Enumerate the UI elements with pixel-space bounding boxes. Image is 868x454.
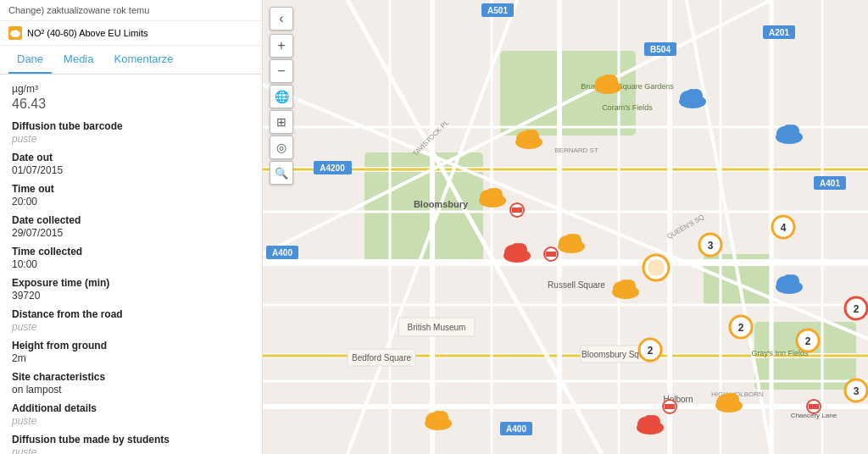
svg-point-74 <box>601 75 613 86</box>
svg-text:A400: A400 <box>272 248 292 257</box>
svg-text:A201: A201 <box>769 28 789 37</box>
map-controls: + − 🌐 ⊞ ◎ 🔍 <box>270 34 293 185</box>
map-marker-4[interactable] <box>477 182 508 208</box>
map-marker-11[interactable]: 2 <box>637 337 663 363</box>
svg-rect-62 <box>546 252 556 257</box>
svg-text:Bedford Square: Bedford Square <box>352 353 411 363</box>
svg-point-128 <box>643 415 655 427</box>
svg-text:3: 3 <box>708 240 714 252</box>
svg-rect-64 <box>512 208 522 213</box>
svg-point-78 <box>522 130 534 141</box>
field-label-8: Site characteristics <box>12 371 250 383</box>
map-marker-2[interactable] <box>677 83 708 108</box>
svg-point-134 <box>431 411 443 423</box>
map-marker-3[interactable] <box>774 119 804 144</box>
map-marker-6[interactable] <box>556 228 587 253</box>
map-marker-13[interactable] <box>774 269 804 294</box>
legend-bar: NO² (40-60) Above EU Limits <box>0 21 262 46</box>
svg-text:Russell Square: Russell Square <box>548 280 605 290</box>
map-marker-8[interactable] <box>642 253 670 282</box>
field-label-0: Diffusion tube barcode <box>12 120 250 132</box>
field-value-3: 29/07/2015 <box>12 227 250 239</box>
top-bar: Change) zaktualizowane rok temu <box>0 0 262 21</box>
svg-text:2: 2 <box>804 335 810 347</box>
svg-text:Coram's Fields: Coram's Fields <box>602 103 653 112</box>
tabs: Dane Media Komentarze <box>0 46 262 75</box>
field-value-10: puste <box>12 446 250 454</box>
field-label-5: Exposure time (min) <box>12 277 250 289</box>
svg-point-94 <box>510 243 522 255</box>
svg-point-86 <box>782 125 794 136</box>
field-label-9: Additional details <box>12 402 250 414</box>
field-value-4: 10:00 <box>12 258 250 270</box>
map-marker-5[interactable] <box>502 237 532 263</box>
svg-text:4: 4 <box>781 222 787 234</box>
svg-text:3: 3 <box>853 385 859 397</box>
field-value-2: 20:00 <box>12 196 250 208</box>
svg-rect-57 <box>809 404 819 409</box>
zoom-out-button[interactable]: − <box>270 59 293 83</box>
tab-media[interactable]: Media <box>55 46 102 74</box>
map-container: A501 A201 B504 A4200 A401 A400 A400 <box>263 0 868 454</box>
svg-text:British Museum: British Museum <box>408 323 466 332</box>
svg-text:2: 2 <box>648 345 654 357</box>
map-marker-12[interactable]: 2 <box>728 314 754 340</box>
map-marker-9[interactable]: 3 <box>698 232 723 257</box>
svg-point-82 <box>686 89 698 101</box>
svg-rect-60 <box>665 404 675 409</box>
unit-value: 46.43 <box>12 97 250 112</box>
map-marker-10[interactable]: 4 <box>771 214 796 240</box>
map-marker-14[interactable]: 2 <box>843 296 868 321</box>
map-marker-19[interactable] <box>423 405 453 430</box>
svg-text:A4200: A4200 <box>320 163 345 173</box>
svg-text:A401: A401 <box>820 179 840 188</box>
fields-container: Diffusion tube barcodepusteDate out01/07… <box>12 120 250 454</box>
map-marker-7[interactable] <box>610 274 641 299</box>
zoom-in-button[interactable]: + <box>270 34 293 58</box>
field-value-0: puste <box>12 133 250 145</box>
tab-komentarze[interactable]: Komentarze <box>106 46 182 74</box>
field-value-1: 01/07/2015 <box>12 164 250 176</box>
field-value-7: 2m <box>12 352 250 364</box>
field-value-8: on lampost <box>12 384 250 396</box>
svg-text:Bloomsbury: Bloomsbury <box>414 199 469 209</box>
map-marker-1[interactable] <box>514 124 544 149</box>
svg-text:2: 2 <box>738 322 744 334</box>
map-marker-18[interactable]: 3 <box>843 378 868 403</box>
svg-point-124 <box>722 393 734 405</box>
field-label-3: Date collected <box>12 214 250 226</box>
field-value-9: puste <box>12 415 250 427</box>
map-marker-17[interactable] <box>635 409 665 435</box>
left-panel: Change) zaktualizowane rok temu NO² (40-… <box>0 0 263 454</box>
map-back-button[interactable]: ‹ <box>270 7 293 30</box>
target-button[interactable]: ◎ <box>270 136 293 159</box>
field-value-5: 39720 <box>12 290 250 302</box>
svg-point-116 <box>782 274 794 286</box>
top-bar-text: Change) zaktualizowane rok temu <box>8 5 149 15</box>
svg-point-104 <box>648 259 665 276</box>
field-value-6: puste <box>12 321 250 333</box>
layers-button[interactable]: ⊞ <box>270 110 293 134</box>
svg-point-90 <box>486 188 498 200</box>
globe-button[interactable]: 🌐 <box>270 85 293 108</box>
unit-label: µg/m³ <box>12 83 250 95</box>
svg-text:BERNARD ST: BERNARD ST <box>554 147 598 154</box>
svg-text:B504: B504 <box>650 45 670 54</box>
field-label-4: Time collected <box>12 246 250 257</box>
tab-dane[interactable]: Dane <box>8 46 52 74</box>
svg-text:A501: A501 <box>487 6 508 15</box>
map-marker-15[interactable]: 2 <box>795 328 821 353</box>
svg-text:2: 2 <box>853 303 859 315</box>
field-label-1: Date out <box>12 152 250 163</box>
data-panel: µg/m³ 46.43 Diffusion tube barcodepusteD… <box>0 75 262 454</box>
legend-icon <box>8 26 22 40</box>
search-button[interactable]: 🔍 <box>270 161 293 185</box>
field-label-6: Distance from the road <box>12 308 250 320</box>
svg-text:A400: A400 <box>506 424 526 434</box>
map-marker-0[interactable] <box>593 69 623 94</box>
svg-point-102 <box>619 280 631 291</box>
map-marker-16[interactable] <box>714 387 744 412</box>
svg-point-2 <box>14 30 19 35</box>
svg-point-98 <box>565 234 576 246</box>
legend-label: NO² (40-60) Above EU Limits <box>27 28 147 38</box>
